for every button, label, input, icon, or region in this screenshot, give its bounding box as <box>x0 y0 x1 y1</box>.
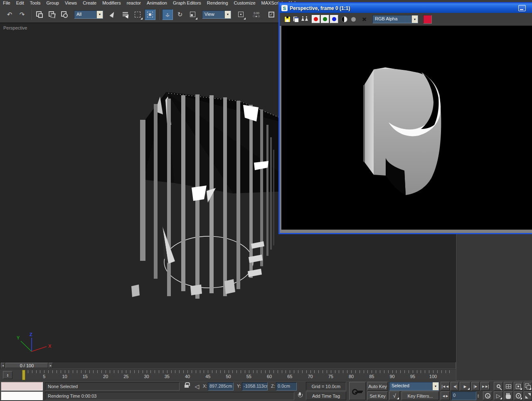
set-keys-button[interactable] <box>349 382 366 400</box>
bind-to-space-warp-icon[interactable] <box>59 9 70 20</box>
reference-coordinate-system-dropdown[interactable]: View ▼ <box>202 10 231 19</box>
open-mini-curve-editor-button[interactable]: ▲ ▼ <box>3 371 12 379</box>
zoom-extents-all-button[interactable] <box>524 382 532 391</box>
rectangular-selection-region-icon[interactable] <box>132 9 143 20</box>
clear-button[interactable]: × <box>362 16 366 23</box>
y-coordinate-field[interactable]: -1058.113cm <box>242 382 268 391</box>
menu-animation[interactable]: Animation <box>144 0 170 6</box>
current-frame-field[interactable]: 0 <box>451 391 476 400</box>
key-filter-scope-dropdown[interactable]: Selected ▼ <box>389 382 439 391</box>
axis-z-label: Z <box>30 332 32 337</box>
frame-label-70: 70 <box>308 374 313 379</box>
zoom-all-button[interactable] <box>504 382 513 391</box>
selection-filter-dropdown[interactable]: All ▼ <box>74 10 103 19</box>
default-tangent-button[interactable]: √ <box>389 391 400 400</box>
frame-spinner[interactable]: ▲ ▼ <box>477 391 481 400</box>
frame-label-85: 85 <box>369 374 374 379</box>
menu-customize[interactable]: Customize <box>231 0 259 6</box>
menu-file[interactable]: File <box>0 0 13 6</box>
unlink-selection-icon[interactable] <box>47 9 57 20</box>
select-and-scale-icon[interactable] <box>187 9 198 20</box>
spinner-snap-toggle-icon[interactable]: 0.00 □▲◇ <box>251 9 262 20</box>
window-crossing-toggle-icon[interactable] <box>145 9 155 20</box>
select-and-move-icon[interactable]: ↔ ↕ <box>162 9 173 20</box>
selection-lock-toggle[interactable] <box>183 382 190 391</box>
go-to-start-button[interactable]: |◄◄ <box>441 382 450 391</box>
notification-listener-button[interactable] <box>296 392 304 401</box>
use-center-icon[interactable] <box>235 9 246 20</box>
ruler-tick <box>273 370 274 373</box>
select-object-icon[interactable] <box>107 9 118 20</box>
enable-blue-channel-button[interactable] <box>330 15 338 23</box>
minimize-button[interactable] <box>518 5 526 11</box>
ruler-tick <box>302 370 303 373</box>
ruler-tick <box>404 370 405 373</box>
ruler-tick <box>57 370 57 373</box>
menu-modifiers[interactable]: Modifiers <box>99 0 124 6</box>
set-key-button[interactable]: Set Key <box>367 391 388 400</box>
select-and-rotate-icon[interactable]: ↻ <box>175 9 185 20</box>
menu-views[interactable]: Views <box>62 0 80 6</box>
menu-group[interactable]: Group <box>43 0 62 6</box>
display-alpha-channel-button[interactable] <box>341 16 347 22</box>
chevron-down-icon[interactable]: ▼ <box>224 11 231 18</box>
redo-icon[interactable]: ↷ <box>17 9 27 20</box>
select-and-manipulate-icon[interactable]: ✓ <box>266 9 277 20</box>
key-mode-toggle[interactable]: ◄► <box>441 391 450 400</box>
menu-graph-editors[interactable]: Graph Editors <box>170 0 204 6</box>
time-configuration-button[interactable] <box>483 391 492 400</box>
undo-icon[interactable]: ↶ <box>4 9 15 20</box>
time-slider-prev-arrow[interactable]: ◄ <box>1 363 5 368</box>
chevron-down-icon[interactable]: ▼ <box>411 15 418 23</box>
twin-figures-button[interactable] <box>301 18 308 21</box>
grid-setting-display: Grid = 10.0cm <box>306 382 346 391</box>
render-window-titlebar[interactable]: S Perspective, frame 0 (1:1) <box>280 3 532 13</box>
next-frame-button[interactable]: |► <box>471 382 480 391</box>
key-filters-button[interactable]: Key Filters... <box>401 391 439 400</box>
ruler-tick <box>171 370 172 373</box>
absolute-offset-mode-toggle[interactable]: ◁ <box>193 382 201 391</box>
enable-green-channel-button[interactable] <box>321 15 329 23</box>
field-of-view-button[interactable]: ▷ <box>494 391 503 400</box>
select-and-link-icon[interactable] <box>34 9 45 20</box>
add-time-tag-button[interactable]: Add Time Tag <box>306 391 346 400</box>
render-canvas <box>281 26 532 230</box>
ruler-tick <box>421 370 421 373</box>
previous-frame-button[interactable]: ◄| <box>451 382 459 391</box>
ruler-tick <box>126 370 126 373</box>
time-slider-track[interactable]: ◄ 0 / 100 ► <box>0 362 456 369</box>
channel-display-dropdown[interactable]: RGB Alpha ▼ <box>372 15 418 23</box>
frame-label-75: 75 <box>328 374 333 379</box>
arc-rotate-button[interactable] <box>514 391 523 400</box>
play-animation-button[interactable]: ► <box>460 382 470 391</box>
viewport-label[interactable]: Perspective <box>3 25 27 30</box>
track-bar-ruler[interactable]: ▲ ▼ 051015202530354045505560657075808590… <box>0 369 456 381</box>
ruler-tick <box>310 370 311 373</box>
min-max-toggle-button[interactable] <box>524 391 532 400</box>
time-slider-next-arrow[interactable]: ► <box>49 363 53 368</box>
enable-red-channel-button[interactable] <box>312 15 320 23</box>
zoom-button[interactable] <box>494 382 503 391</box>
maxscript-mini-listener-white[interactable] <box>1 391 43 400</box>
chevron-down-icon[interactable]: ▼ <box>96 11 103 18</box>
save-bitmap-button[interactable] <box>284 16 291 22</box>
menu-create[interactable]: Create <box>80 0 99 6</box>
menu-rendering[interactable]: Rendering <box>204 0 231 6</box>
auto-key-button[interactable]: Auto Key <box>367 382 388 391</box>
go-to-end-button[interactable]: ►►| <box>480 382 490 391</box>
x-coordinate-field[interactable]: 897.285cm <box>208 382 234 391</box>
clone-rendered-frame-button[interactable] <box>293 16 299 22</box>
monochrome-button[interactable] <box>351 17 356 22</box>
pan-view-button[interactable] <box>504 391 513 400</box>
chevron-down-icon[interactable]: ▼ <box>432 382 438 390</box>
time-slider-handle[interactable]: 0 / 100 <box>5 363 48 368</box>
current-frame-marker[interactable] <box>22 370 25 380</box>
z-coordinate-field[interactable]: 0.0cm <box>276 382 297 391</box>
color-swatch[interactable] <box>423 15 432 24</box>
select-by-name-icon[interactable] <box>120 9 131 20</box>
maxscript-mini-listener-pink[interactable] <box>1 382 43 391</box>
menu-edit[interactable]: Edit <box>13 0 27 6</box>
menu-reactor[interactable]: reactor <box>124 0 144 6</box>
zoom-extents-button[interactable] <box>514 382 523 391</box>
menu-tools[interactable]: Tools <box>27 0 44 6</box>
